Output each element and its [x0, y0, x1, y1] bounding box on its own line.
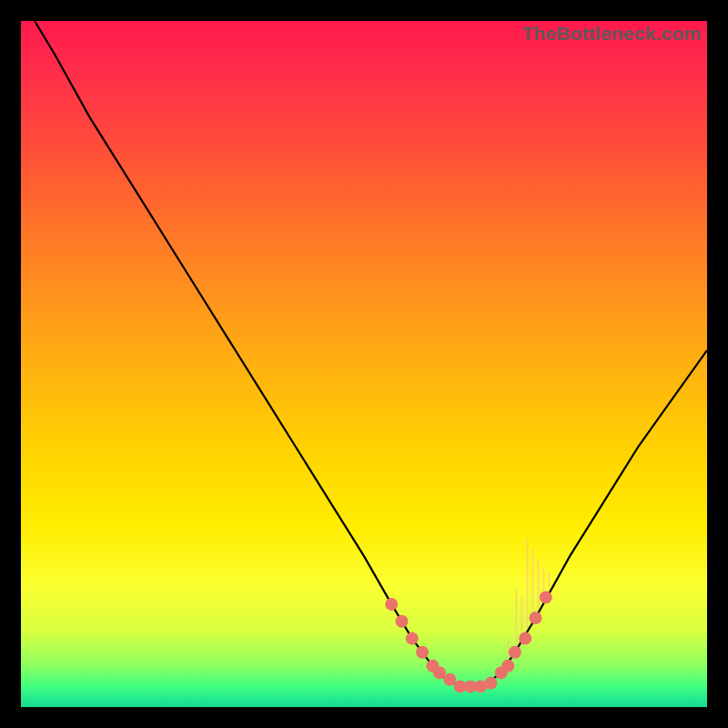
gradient-background — [21, 21, 707, 707]
chart-area: TheBottleneck.com — [21, 21, 707, 707]
